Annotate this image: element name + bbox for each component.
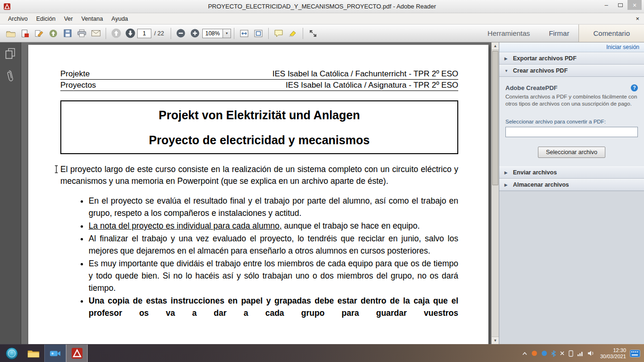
pdf-page[interactable]: Projekte IES Isabel la Católica / Fachun… — [28, 45, 488, 344]
adobe-reader-window: PROYECTO_ELECTRICIDAD_Y_MECANISMOS_PROYE… — [0, 0, 644, 362]
select-file-button[interactable]: Seleccionar archivo — [538, 147, 605, 158]
signin-link[interactable]: Iniciar sesión — [606, 44, 639, 50]
next-page-button[interactable] — [123, 27, 137, 40]
scrollbar-thumb[interactable] — [492, 51, 498, 185]
signal-strength-icon[interactable] — [577, 351, 584, 356]
maximize-button[interactable] — [613, 0, 627, 10]
text-cursor-icon — [54, 165, 58, 177]
fit-page-icon — [254, 30, 263, 37]
section-store-files[interactable]: ▶ Almacenar archivos — [499, 179, 644, 191]
comment-button[interactable] — [272, 27, 286, 40]
share-upload-button[interactable] — [46, 27, 60, 40]
menu-edicion[interactable]: Edición — [32, 14, 60, 24]
file-explorer-button[interactable] — [23, 345, 44, 362]
bullet-item: Al finalizar el trabajo y una vez evalua… — [89, 232, 458, 257]
firmar-button[interactable]: Firmar — [539, 29, 578, 37]
tray-date: 30/03/2021 — [600, 354, 626, 360]
system-tray: 12:30 30/03/2021 — [522, 347, 644, 360]
create-pdf-panel: Adobe CreatePDF ? Convierta archivos a P… — [499, 77, 644, 166]
clock[interactable]: 12:30 30/03/2021 — [600, 347, 626, 360]
toolbar: / 22 108% ▼ Herramientas Firmar — [0, 25, 644, 42]
arrow-down-circle-icon — [125, 28, 135, 38]
fit-width-button[interactable] — [237, 27, 251, 40]
start-button[interactable] — [1, 345, 23, 362]
chevron-right-icon: ▶ — [504, 57, 509, 61]
printer-icon — [77, 29, 86, 37]
page-number-input[interactable] — [137, 29, 151, 38]
start-orb-icon — [5, 347, 18, 360]
window-controls: – × — [599, 0, 644, 13]
scroll-down-button[interactable]: ▼ — [492, 337, 499, 344]
open-folder-icon — [6, 30, 16, 37]
arrow-up-circle-icon — [111, 28, 121, 38]
camera-app-button[interactable] — [44, 345, 66, 362]
comment-bubble-icon — [274, 30, 283, 37]
minus-circle-icon — [176, 29, 185, 38]
section-export-pdf[interactable]: ▶ Exportar archivos PDF — [499, 52, 644, 65]
tools-panel: Iniciar sesión ▶ Exportar archivos PDF ▼… — [499, 42, 644, 344]
tray-orange-app-icon[interactable] — [531, 350, 537, 356]
menu-ventana[interactable]: Ventana — [77, 14, 107, 24]
document-title-es: Proyecto de electricidad y mecanismos — [61, 133, 457, 148]
create-pdf-button[interactable] — [18, 27, 32, 40]
minimize-button[interactable]: – — [599, 0, 613, 10]
intro-paragraph: El proyecto largo de este curso consiste… — [60, 164, 458, 187]
createpdf-title: Adobe CreatePDF — [505, 84, 558, 91]
chevron-right-icon: ▶ — [504, 183, 509, 187]
help-icon[interactable]: ? — [631, 84, 638, 91]
header-left-line2: Proyectos — [60, 80, 96, 90]
adobe-reader-taskbar-button[interactable] — [66, 345, 88, 362]
file-to-convert-input[interactable] — [505, 127, 638, 137]
chevron-right-icon: ▶ — [504, 171, 509, 175]
tray-blue-app-icon[interactable] — [541, 350, 547, 356]
touch-keyboard-icon[interactable] — [630, 350, 640, 357]
page-thumbnails-button[interactable] — [5, 48, 16, 61]
close-button[interactable]: × — [627, 0, 642, 10]
zoom-in-button[interactable] — [188, 27, 202, 40]
hidden-icons-button[interactable] — [522, 352, 528, 355]
herramientas-button[interactable]: Herramientas — [478, 29, 539, 37]
volume-icon[interactable] — [587, 350, 594, 356]
comentario-button[interactable]: Comentario — [578, 25, 644, 42]
section-send-files[interactable]: ▶ Enviar archivos — [499, 166, 644, 179]
bullet-item: Es muy importante que dividáis el trabaj… — [89, 257, 458, 294]
zoom-out-button[interactable] — [174, 27, 188, 40]
save-button[interactable] — [60, 27, 74, 40]
vertical-scrollbar[interactable]: ▲ ▼ — [491, 42, 499, 344]
fullscreen-button[interactable] — [306, 27, 320, 40]
scroll-up-button[interactable]: ▲ — [492, 42, 499, 50]
fit-width-icon — [240, 30, 248, 37]
window-title: PROYECTO_ELECTRICIDAD_Y_MECANISMOS_PROYE… — [0, 0, 644, 13]
toolbar-right: Herramientas Firmar Comentario — [478, 25, 644, 42]
open-file-button[interactable] — [4, 27, 18, 40]
fit-page-button[interactable] — [251, 27, 265, 40]
phone-icon[interactable] — [569, 350, 573, 357]
menu-ayuda[interactable]: Ayuda — [107, 14, 132, 24]
attachments-button[interactable] — [6, 69, 16, 84]
comentario-label: Comentario — [593, 29, 630, 37]
menu-archivo[interactable]: Archivo — [4, 14, 32, 24]
toolbar-separator — [303, 28, 303, 39]
email-button[interactable] — [89, 27, 103, 40]
header-right-line2: IES Isabel la Católica / Asignatura - TP… — [286, 80, 458, 90]
maximize-icon — [618, 3, 623, 7]
document-title-de: Projekt von Elektrizität und Anlagen — [61, 108, 457, 123]
upload-circle-icon — [49, 29, 58, 38]
bluetooth-icon[interactable] — [551, 350, 556, 357]
menubar: Archivo Edición Ver Ventana Ayuda × — [0, 13, 644, 25]
chevron-up-icon — [522, 352, 528, 355]
highlight-button[interactable] — [286, 27, 300, 40]
paperclip-icon — [6, 69, 15, 83]
edit-sign-button[interactable] — [32, 27, 46, 40]
menubar-close-icon[interactable]: × — [636, 15, 639, 22]
toolbar-separator — [234, 28, 234, 39]
previous-page-button[interactable] — [109, 27, 123, 40]
zoom-dropdown-button[interactable]: ▼ — [223, 29, 231, 38]
print-button[interactable] — [74, 27, 89, 40]
adobe-reader-icon — [71, 347, 83, 359]
tray-close-x-icon[interactable] — [560, 351, 565, 356]
menu-ver[interactable]: Ver — [60, 14, 77, 24]
header-right-line1: IES Isabel la Católica / Fachunterricht … — [272, 68, 458, 79]
zoom-level-input[interactable]: 108% — [202, 29, 223, 38]
section-create-pdf[interactable]: ▼ Crear archivos PDF — [499, 65, 644, 77]
